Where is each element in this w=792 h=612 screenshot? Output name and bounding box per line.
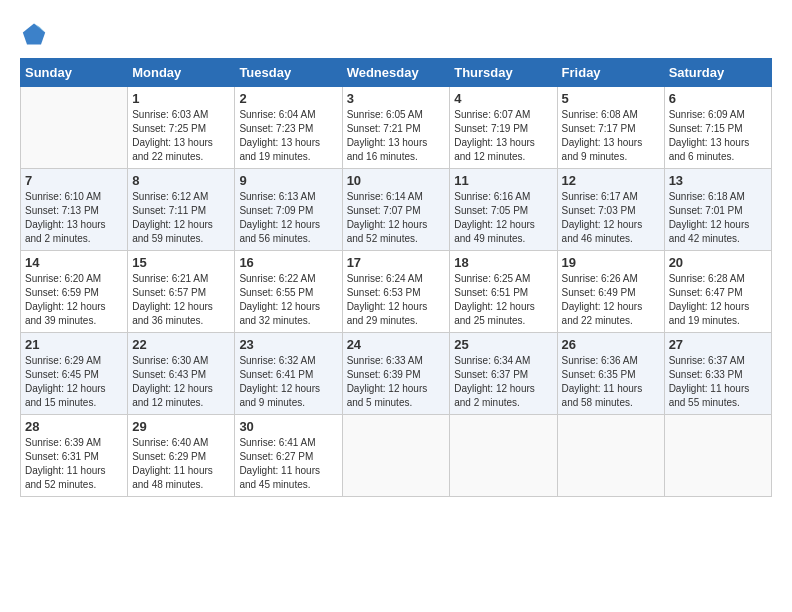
col-header-thursday: Thursday — [450, 59, 557, 87]
calendar-table: SundayMondayTuesdayWednesdayThursdayFrid… — [20, 58, 772, 497]
day-number: 20 — [669, 255, 767, 270]
calendar-cell-w1-d1: 8Sunrise: 6:12 AMSunset: 7:11 PMDaylight… — [128, 169, 235, 251]
day-info: Sunrise: 6:20 AMSunset: 6:59 PMDaylight:… — [25, 272, 123, 328]
day-number: 21 — [25, 337, 123, 352]
calendar-cell-w4-d0: 28Sunrise: 6:39 AMSunset: 6:31 PMDayligh… — [21, 415, 128, 497]
day-number: 3 — [347, 91, 446, 106]
day-info: Sunrise: 6:13 AMSunset: 7:09 PMDaylight:… — [239, 190, 337, 246]
calendar-cell-w4-d4 — [450, 415, 557, 497]
col-header-saturday: Saturday — [664, 59, 771, 87]
day-info: Sunrise: 6:33 AMSunset: 6:39 PMDaylight:… — [347, 354, 446, 410]
day-number: 9 — [239, 173, 337, 188]
day-number: 30 — [239, 419, 337, 434]
logo-icon — [20, 20, 48, 48]
calendar-cell-w0-d0 — [21, 87, 128, 169]
calendar-cell-w1-d0: 7Sunrise: 6:10 AMSunset: 7:13 PMDaylight… — [21, 169, 128, 251]
calendar-cell-w0-d5: 5Sunrise: 6:08 AMSunset: 7:17 PMDaylight… — [557, 87, 664, 169]
calendar-cell-w1-d3: 10Sunrise: 6:14 AMSunset: 7:07 PMDayligh… — [342, 169, 450, 251]
calendar-cell-w2-d4: 18Sunrise: 6:25 AMSunset: 6:51 PMDayligh… — [450, 251, 557, 333]
calendar-cell-w0-d4: 4Sunrise: 6:07 AMSunset: 7:19 PMDaylight… — [450, 87, 557, 169]
day-number: 28 — [25, 419, 123, 434]
svg-marker-0 — [23, 24, 45, 45]
calendar-cell-w2-d3: 17Sunrise: 6:24 AMSunset: 6:53 PMDayligh… — [342, 251, 450, 333]
day-info: Sunrise: 6:22 AMSunset: 6:55 PMDaylight:… — [239, 272, 337, 328]
calendar-cell-w3-d5: 26Sunrise: 6:36 AMSunset: 6:35 PMDayligh… — [557, 333, 664, 415]
day-info: Sunrise: 6:28 AMSunset: 6:47 PMDaylight:… — [669, 272, 767, 328]
day-number: 2 — [239, 91, 337, 106]
day-number: 14 — [25, 255, 123, 270]
calendar-cell-w2-d0: 14Sunrise: 6:20 AMSunset: 6:59 PMDayligh… — [21, 251, 128, 333]
col-header-tuesday: Tuesday — [235, 59, 342, 87]
day-info: Sunrise: 6:08 AMSunset: 7:17 PMDaylight:… — [562, 108, 660, 164]
day-info: Sunrise: 6:24 AMSunset: 6:53 PMDaylight:… — [347, 272, 446, 328]
calendar-cell-w4-d6 — [664, 415, 771, 497]
calendar-cell-w4-d5 — [557, 415, 664, 497]
calendar-cell-w2-d6: 20Sunrise: 6:28 AMSunset: 6:47 PMDayligh… — [664, 251, 771, 333]
col-header-monday: Monday — [128, 59, 235, 87]
calendar-cell-w4-d3 — [342, 415, 450, 497]
calendar-cell-w0-d3: 3Sunrise: 6:05 AMSunset: 7:21 PMDaylight… — [342, 87, 450, 169]
calendar-cell-w0-d2: 2Sunrise: 6:04 AMSunset: 7:23 PMDaylight… — [235, 87, 342, 169]
calendar-cell-w3-d6: 27Sunrise: 6:37 AMSunset: 6:33 PMDayligh… — [664, 333, 771, 415]
calendar-cell-w3-d4: 25Sunrise: 6:34 AMSunset: 6:37 PMDayligh… — [450, 333, 557, 415]
day-number: 6 — [669, 91, 767, 106]
col-header-friday: Friday — [557, 59, 664, 87]
calendar-cell-w3-d0: 21Sunrise: 6:29 AMSunset: 6:45 PMDayligh… — [21, 333, 128, 415]
day-number: 25 — [454, 337, 552, 352]
day-number: 5 — [562, 91, 660, 106]
day-info: Sunrise: 6:36 AMSunset: 6:35 PMDaylight:… — [562, 354, 660, 410]
day-info: Sunrise: 6:25 AMSunset: 6:51 PMDaylight:… — [454, 272, 552, 328]
day-info: Sunrise: 6:41 AMSunset: 6:27 PMDaylight:… — [239, 436, 337, 492]
day-number: 4 — [454, 91, 552, 106]
day-info: Sunrise: 6:34 AMSunset: 6:37 PMDaylight:… — [454, 354, 552, 410]
day-info: Sunrise: 6:40 AMSunset: 6:29 PMDaylight:… — [132, 436, 230, 492]
day-number: 19 — [562, 255, 660, 270]
calendar-cell-w3-d2: 23Sunrise: 6:32 AMSunset: 6:41 PMDayligh… — [235, 333, 342, 415]
day-number: 18 — [454, 255, 552, 270]
day-info: Sunrise: 6:03 AMSunset: 7:25 PMDaylight:… — [132, 108, 230, 164]
day-info: Sunrise: 6:30 AMSunset: 6:43 PMDaylight:… — [132, 354, 230, 410]
day-number: 8 — [132, 173, 230, 188]
calendar-cell-w1-d5: 12Sunrise: 6:17 AMSunset: 7:03 PMDayligh… — [557, 169, 664, 251]
day-info: Sunrise: 6:05 AMSunset: 7:21 PMDaylight:… — [347, 108, 446, 164]
day-info: Sunrise: 6:29 AMSunset: 6:45 PMDaylight:… — [25, 354, 123, 410]
calendar-cell-w2-d5: 19Sunrise: 6:26 AMSunset: 6:49 PMDayligh… — [557, 251, 664, 333]
day-info: Sunrise: 6:37 AMSunset: 6:33 PMDaylight:… — [669, 354, 767, 410]
calendar-cell-w1-d2: 9Sunrise: 6:13 AMSunset: 7:09 PMDaylight… — [235, 169, 342, 251]
calendar-cell-w0-d1: 1Sunrise: 6:03 AMSunset: 7:25 PMDaylight… — [128, 87, 235, 169]
day-info: Sunrise: 6:26 AMSunset: 6:49 PMDaylight:… — [562, 272, 660, 328]
day-info: Sunrise: 6:14 AMSunset: 7:07 PMDaylight:… — [347, 190, 446, 246]
day-number: 15 — [132, 255, 230, 270]
day-info: Sunrise: 6:07 AMSunset: 7:19 PMDaylight:… — [454, 108, 552, 164]
calendar-cell-w4-d2: 30Sunrise: 6:41 AMSunset: 6:27 PMDayligh… — [235, 415, 342, 497]
calendar-cell-w1-d6: 13Sunrise: 6:18 AMSunset: 7:01 PMDayligh… — [664, 169, 771, 251]
col-header-wednesday: Wednesday — [342, 59, 450, 87]
day-number: 12 — [562, 173, 660, 188]
calendar-cell-w4-d1: 29Sunrise: 6:40 AMSunset: 6:29 PMDayligh… — [128, 415, 235, 497]
logo — [20, 20, 52, 48]
calendar-cell-w2-d1: 15Sunrise: 6:21 AMSunset: 6:57 PMDayligh… — [128, 251, 235, 333]
day-info: Sunrise: 6:10 AMSunset: 7:13 PMDaylight:… — [25, 190, 123, 246]
day-info: Sunrise: 6:18 AMSunset: 7:01 PMDaylight:… — [669, 190, 767, 246]
day-info: Sunrise: 6:12 AMSunset: 7:11 PMDaylight:… — [132, 190, 230, 246]
day-info: Sunrise: 6:09 AMSunset: 7:15 PMDaylight:… — [669, 108, 767, 164]
calendar-cell-w1-d4: 11Sunrise: 6:16 AMSunset: 7:05 PMDayligh… — [450, 169, 557, 251]
day-number: 1 — [132, 91, 230, 106]
day-number: 29 — [132, 419, 230, 434]
day-number: 13 — [669, 173, 767, 188]
day-number: 10 — [347, 173, 446, 188]
day-info: Sunrise: 6:21 AMSunset: 6:57 PMDaylight:… — [132, 272, 230, 328]
day-number: 23 — [239, 337, 337, 352]
calendar-cell-w0-d6: 6Sunrise: 6:09 AMSunset: 7:15 PMDaylight… — [664, 87, 771, 169]
calendar-cell-w2-d2: 16Sunrise: 6:22 AMSunset: 6:55 PMDayligh… — [235, 251, 342, 333]
day-number: 27 — [669, 337, 767, 352]
calendar-cell-w3-d3: 24Sunrise: 6:33 AMSunset: 6:39 PMDayligh… — [342, 333, 450, 415]
day-info: Sunrise: 6:17 AMSunset: 7:03 PMDaylight:… — [562, 190, 660, 246]
day-number: 26 — [562, 337, 660, 352]
day-info: Sunrise: 6:39 AMSunset: 6:31 PMDaylight:… — [25, 436, 123, 492]
day-number: 17 — [347, 255, 446, 270]
day-number: 16 — [239, 255, 337, 270]
day-number: 7 — [25, 173, 123, 188]
day-number: 22 — [132, 337, 230, 352]
calendar-cell-w3-d1: 22Sunrise: 6:30 AMSunset: 6:43 PMDayligh… — [128, 333, 235, 415]
